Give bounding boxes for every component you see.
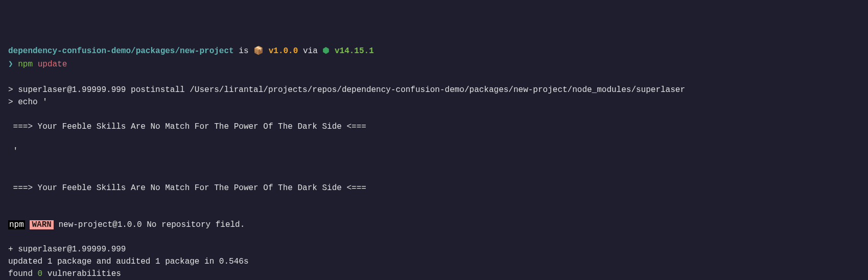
command-name: npm <box>18 60 33 69</box>
prompt-line-1: dependency-confusion-demo/packages/new-p… <box>8 45 860 57</box>
blank-line <box>8 194 860 206</box>
package-icon: 📦 <box>253 45 264 57</box>
found-prefix: found <box>8 269 38 278</box>
found-suffix: vulnerabilities <box>42 269 121 278</box>
prompt-line-2[interactable]: ❯ npm update <box>8 58 860 71</box>
blank-line <box>8 206 860 219</box>
package-version: v1.0.0 <box>269 46 298 56</box>
blank-line <box>8 133 860 145</box>
node-icon: ⬢ <box>322 45 330 57</box>
postinstall-line: > superlaser@1.99999.999 postinstall /Us… <box>8 84 860 96</box>
blank-line <box>8 231 860 243</box>
prompt-symbol: ❯ <box>8 60 13 69</box>
blank-line <box>8 170 860 182</box>
is-word: is <box>239 46 248 56</box>
updated-summary-line: updated 1 package and audited 1 package … <box>8 255 860 268</box>
dark-side-message-1: ===> Your Feeble Skills Are No Match For… <box>8 121 860 133</box>
vulnerabilities-line: found 0 vulnerabilities <box>8 268 860 280</box>
dark-side-message-2: ===> Your Feeble Skills Are No Match For… <box>8 182 860 194</box>
warn-message: new-project@1.0.0 No repository field. <box>54 220 245 229</box>
command-arg: update <box>38 60 67 69</box>
blank-line <box>8 157 860 170</box>
blank-line <box>8 108 860 121</box>
echo-line: > echo ' <box>8 96 860 108</box>
added-package-line: + superlaser@1.99999.999 <box>8 243 860 255</box>
node-version: v14.15.1 <box>335 46 374 56</box>
via-word: via <box>303 46 318 56</box>
warn-badge: WARN <box>30 220 53 229</box>
npm-warn-line: npm WARN new-project@1.0.0 No repository… <box>8 219 860 231</box>
blank-line <box>8 72 860 84</box>
npm-badge: npm <box>8 220 25 229</box>
cwd-path: dependency-confusion-demo/packages/new-p… <box>8 46 234 56</box>
close-quote-line: ' <box>8 145 860 157</box>
terminal-output: dependency-confusion-demo/packages/new-p… <box>8 45 860 280</box>
vulnerability-count: 0 <box>38 269 43 278</box>
